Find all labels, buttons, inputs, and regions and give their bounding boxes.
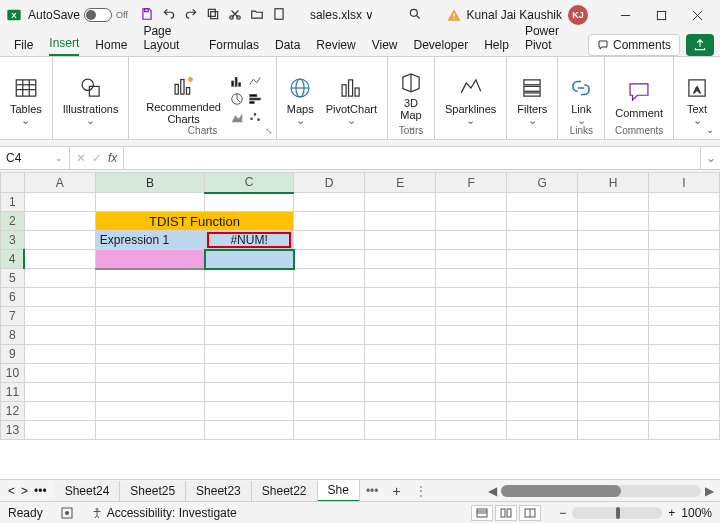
tab-review[interactable]: Review bbox=[316, 38, 355, 56]
fx-icon[interactable]: fx bbox=[108, 151, 117, 165]
tab-power-pivot[interactable]: Power Pivot bbox=[525, 24, 572, 56]
row-header-3[interactable]: 3 bbox=[1, 231, 25, 250]
tab-data[interactable]: Data bbox=[275, 38, 300, 56]
account-area[interactable]: Kunal Jai Kaushik KJ bbox=[447, 5, 588, 25]
tab-insert[interactable]: Insert bbox=[49, 36, 79, 56]
cell-b2[interactable]: TDIST Function bbox=[95, 212, 293, 231]
col-header-d[interactable]: D bbox=[294, 173, 365, 193]
row-header-12[interactable]: 12 bbox=[1, 402, 25, 421]
zoom-slider[interactable] bbox=[572, 507, 662, 519]
comments-button[interactable]: Comments bbox=[588, 34, 680, 56]
tab-page-layout[interactable]: Page Layout bbox=[143, 24, 193, 56]
pie-chart-button[interactable] bbox=[229, 91, 245, 107]
row-header-11[interactable]: 11 bbox=[1, 383, 25, 402]
accept-formula-icon[interactable]: ✓ bbox=[92, 151, 102, 165]
sheet-tab-23[interactable]: Sheet23 bbox=[186, 481, 252, 501]
hscrollbar[interactable] bbox=[501, 485, 701, 497]
column-chart-button[interactable] bbox=[229, 73, 245, 89]
col-header-c[interactable]: C bbox=[205, 173, 294, 193]
col-header-b[interactable]: B bbox=[95, 173, 204, 193]
bar-chart-button[interactable] bbox=[247, 91, 263, 107]
collapse-ribbon-button[interactable]: ⌄ bbox=[706, 124, 714, 135]
maps-button[interactable]: Maps⌄ bbox=[283, 75, 318, 123]
tab-home[interactable]: Home bbox=[95, 38, 127, 56]
row-header-2[interactable]: 2 bbox=[1, 212, 25, 231]
cell-b4[interactable] bbox=[95, 250, 204, 269]
text-button[interactable]: A Text⌄ bbox=[680, 75, 714, 123]
page-break-view-button[interactable] bbox=[519, 505, 541, 521]
hscroll-left[interactable]: ◀ bbox=[488, 484, 497, 498]
normal-view-button[interactable] bbox=[471, 505, 493, 521]
col-header-i[interactable]: I bbox=[649, 173, 720, 193]
avatar[interactable]: KJ bbox=[568, 5, 588, 25]
recommended-charts-button[interactable]: Recommended Charts bbox=[142, 73, 225, 125]
col-header-f[interactable]: F bbox=[436, 173, 507, 193]
add-sheet-button[interactable]: + bbox=[384, 483, 408, 499]
cell-b3[interactable]: Expression 1 bbox=[95, 231, 204, 250]
zoom-out-button[interactable]: − bbox=[559, 506, 566, 520]
row-header-5[interactable]: 5 bbox=[1, 269, 25, 288]
zoom-level[interactable]: 100% bbox=[681, 506, 712, 520]
tab-developer[interactable]: Developer bbox=[413, 38, 468, 56]
row-header-4[interactable]: 4 bbox=[1, 250, 25, 269]
spreadsheet-grid[interactable]: A B C D E F G H I 1 2TDIST Function 3Exp… bbox=[0, 172, 720, 479]
sheet-tab-22[interactable]: Sheet22 bbox=[252, 481, 318, 501]
maximize-button[interactable] bbox=[644, 3, 678, 27]
sheet-nav-next[interactable]: > bbox=[21, 484, 28, 498]
cell-c3[interactable]: #NUM! bbox=[205, 231, 294, 250]
zoom-in-button[interactable]: + bbox=[668, 506, 675, 520]
col-header-h[interactable]: H bbox=[578, 173, 649, 193]
new-button[interactable] bbox=[272, 7, 286, 24]
hscroll-right[interactable]: ▶ bbox=[705, 484, 714, 498]
autosave-switch-icon[interactable] bbox=[84, 8, 112, 22]
charts-launcher-icon[interactable]: ⤡ bbox=[265, 126, 273, 136]
macro-record-icon[interactable] bbox=[61, 507, 73, 519]
row-header-6[interactable]: 6 bbox=[1, 288, 25, 307]
open-button[interactable] bbox=[250, 7, 264, 24]
tab-help[interactable]: Help bbox=[484, 38, 509, 56]
row-header-9[interactable]: 9 bbox=[1, 345, 25, 364]
col-header-g[interactable]: G bbox=[507, 173, 578, 193]
autosave-toggle[interactable]: AutoSave Off bbox=[28, 8, 128, 22]
redo-button[interactable] bbox=[184, 7, 198, 24]
sheet-tab-24[interactable]: Sheet24 bbox=[55, 481, 121, 501]
select-all-button[interactable] bbox=[1, 173, 25, 193]
link-button[interactable]: Link⌄ bbox=[564, 75, 598, 123]
tab-formulas[interactable]: Formulas bbox=[209, 38, 259, 56]
sheet-tab-active[interactable]: She bbox=[318, 480, 360, 502]
name-box[interactable]: C4 ⌄ bbox=[0, 147, 70, 169]
sheet-nav-more[interactable]: ••• bbox=[34, 484, 47, 498]
sheet-tab-25[interactable]: Sheet25 bbox=[120, 481, 186, 501]
row-header-1[interactable]: 1 bbox=[1, 193, 25, 212]
row-header-7[interactable]: 7 bbox=[1, 307, 25, 326]
undo-button[interactable] bbox=[162, 7, 176, 24]
sheet-tabs-overflow[interactable]: ••• bbox=[360, 484, 385, 498]
area-chart-button[interactable] bbox=[229, 109, 245, 125]
sheet-nav-prev[interactable]: < bbox=[8, 484, 15, 498]
col-header-a[interactable]: A bbox=[24, 173, 95, 193]
line-chart-button[interactable] bbox=[247, 73, 263, 89]
tab-view[interactable]: View bbox=[372, 38, 398, 56]
minimize-button[interactable] bbox=[608, 3, 642, 27]
tab-file[interactable]: File bbox=[14, 38, 33, 56]
filters-button[interactable]: Filters⌄ bbox=[513, 75, 551, 123]
sheet-split-handle[interactable]: ⋮ bbox=[409, 484, 433, 498]
col-header-e[interactable]: E bbox=[365, 173, 436, 193]
document-title[interactable]: sales.xlsx ∨ bbox=[310, 8, 374, 22]
accessibility-status[interactable]: Accessibility: Investigate bbox=[107, 506, 237, 520]
3d-map-button[interactable]: 3D Map⌄ bbox=[394, 69, 428, 129]
row-header-8[interactable]: 8 bbox=[1, 326, 25, 345]
page-layout-view-button[interactable] bbox=[495, 505, 517, 521]
scatter-chart-button[interactable] bbox=[247, 109, 263, 125]
expand-formula-bar-button[interactable]: ⌄ bbox=[700, 147, 720, 169]
sparklines-button[interactable]: Sparklines⌄ bbox=[441, 75, 500, 123]
share-button[interactable] bbox=[686, 34, 714, 56]
cancel-formula-icon[interactable]: ✕ bbox=[76, 151, 86, 165]
pivotchart-button[interactable]: PivotChart⌄ bbox=[322, 75, 381, 123]
search-button[interactable] bbox=[408, 7, 422, 24]
illustrations-button[interactable]: Illustrations⌄ bbox=[59, 75, 123, 123]
save-button[interactable] bbox=[140, 7, 154, 24]
close-button[interactable] bbox=[680, 3, 714, 27]
cut-button[interactable] bbox=[228, 7, 242, 24]
row-header-13[interactable]: 13 bbox=[1, 421, 25, 440]
